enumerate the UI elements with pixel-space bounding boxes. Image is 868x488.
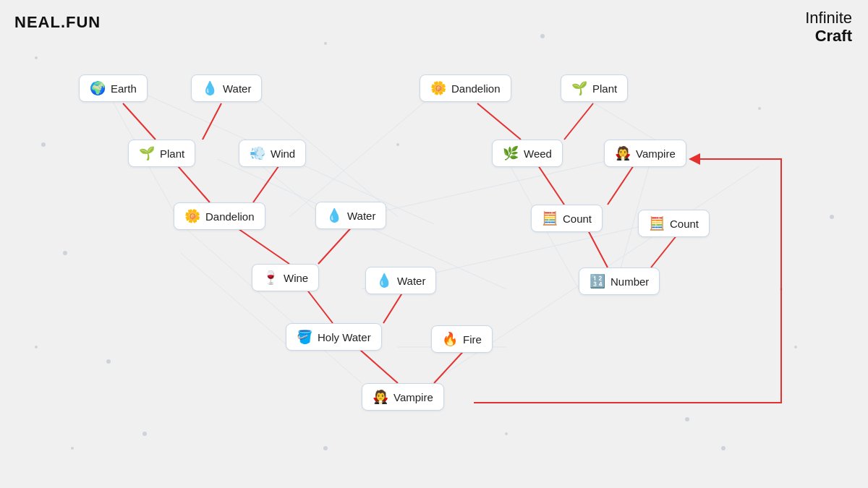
- node-water3: 💧 Water: [365, 267, 436, 294]
- earth-icon: 🌍: [90, 80, 106, 96]
- vampire1-label: Vampire: [636, 147, 676, 160]
- node-wind: 💨 Wind: [239, 140, 306, 167]
- svg-point-23: [794, 346, 797, 348]
- node-water1: 💧 Water: [191, 74, 262, 102]
- node-vampire1: 🧛 Vampire: [604, 140, 686, 167]
- svg-point-30: [71, 447, 74, 450]
- dandelion2-label: Dandelion: [205, 210, 255, 223]
- plant2-icon: 🌱: [139, 145, 155, 161]
- dandelion1-icon: 🌼: [430, 80, 446, 96]
- water1-label: Water: [223, 82, 251, 95]
- node-plant2: 🌱 Plant: [128, 140, 195, 167]
- svg-point-20: [323, 446, 328, 450]
- fire-icon: 🔥: [442, 331, 458, 347]
- node-dandelion2: 🌼 Dandelion: [174, 202, 265, 230]
- neal-fun-logo: NEAL.FUN: [14, 13, 101, 32]
- svg-point-26: [35, 56, 38, 59]
- count1-icon: 🧮: [542, 210, 558, 226]
- weed-icon: 🌿: [503, 145, 519, 161]
- plant1-label: Plant: [592, 82, 617, 95]
- svg-point-16: [63, 251, 67, 255]
- number-icon: 🔢: [590, 273, 605, 289]
- node-holy-water: 🪣 Holy Water: [286, 323, 382, 351]
- svg-point-19: [142, 432, 147, 436]
- water2-label: Water: [347, 210, 375, 222]
- vampire1-icon: 🧛: [615, 145, 631, 161]
- node-earth: 🌍 Earth: [79, 74, 148, 102]
- svg-point-25: [758, 107, 761, 110]
- earth-label: Earth: [111, 82, 137, 95]
- water1-icon: 💧: [202, 80, 218, 96]
- count1-label: Count: [563, 213, 592, 225]
- svg-point-32: [780, 288, 783, 291]
- wine-icon: 🍷: [263, 270, 278, 286]
- wind-icon: 💨: [250, 145, 265, 161]
- water3-icon: 💧: [376, 273, 392, 288]
- node-wine: 🍷 Wine: [252, 264, 319, 291]
- plant2-label: Plant: [160, 147, 184, 160]
- wind-label: Wind: [271, 147, 295, 160]
- holy-water-icon: 🪣: [297, 329, 312, 345]
- svg-point-22: [685, 417, 689, 421]
- svg-line-5: [181, 224, 362, 383]
- number-label: Number: [610, 275, 649, 288]
- wine-label: Wine: [284, 272, 308, 284]
- infinite-bottom: Craft: [805, 27, 852, 45]
- svg-point-21: [505, 432, 508, 435]
- node-count1: 🧮 Count: [531, 205, 603, 232]
- svg-point-24: [830, 215, 834, 219]
- node-fire: 🔥 Fire: [431, 325, 493, 353]
- svg-line-6: [289, 94, 434, 217]
- svg-point-29: [721, 446, 726, 450]
- svg-point-31: [396, 143, 399, 146]
- count2-label: Count: [670, 218, 699, 230]
- water2-icon: 💧: [326, 207, 342, 223]
- holy-water-label: Holy Water: [318, 331, 371, 343]
- node-water2: 💧 Water: [315, 202, 386, 229]
- vampire2-label: Vampire: [393, 391, 433, 403]
- svg-point-27: [540, 34, 545, 38]
- vampire2-icon: 🧛: [373, 389, 388, 405]
- dandelion1-label: Dandelion: [451, 82, 501, 95]
- fire-label: Fire: [463, 333, 482, 346]
- node-vampire2: 🧛 Vampire: [362, 383, 444, 411]
- svg-point-18: [35, 346, 38, 348]
- dandelion2-icon: 🌼: [184, 208, 200, 224]
- water3-label: Water: [397, 275, 425, 287]
- svg-point-28: [324, 42, 327, 45]
- node-dandelion1: 🌼 Dandelion: [420, 74, 511, 102]
- node-number: 🔢 Number: [579, 267, 660, 295]
- infinite-craft-logo: Infinite Craft: [805, 9, 852, 46]
- plant1-icon: 🌱: [571, 80, 587, 96]
- svg-point-17: [106, 359, 111, 364]
- count2-icon: 🧮: [649, 215, 665, 231]
- svg-point-15: [41, 142, 46, 147]
- weed-label: Weed: [524, 147, 552, 160]
- node-weed: 🌿 Weed: [492, 140, 563, 167]
- node-count2: 🧮 Count: [638, 210, 710, 237]
- node-plant1: 🌱 Plant: [561, 74, 628, 102]
- infinite-top: Infinite: [805, 9, 852, 27]
